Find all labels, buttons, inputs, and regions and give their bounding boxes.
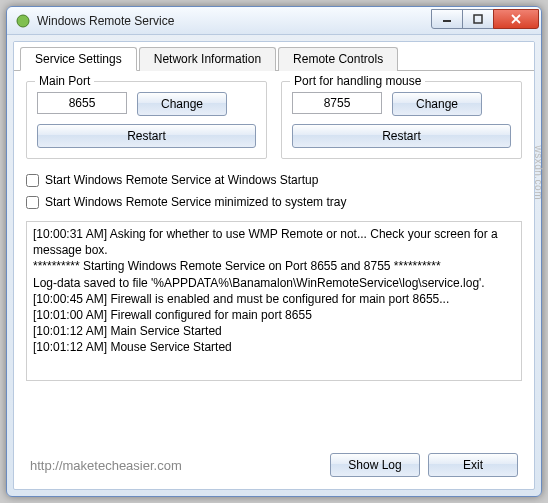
tab-remote-controls[interactable]: Remote Controls — [278, 47, 398, 71]
show-log-button[interactable]: Show Log — [330, 453, 420, 477]
tab-service-settings[interactable]: Service Settings — [20, 47, 137, 71]
main-port-restart-button[interactable]: Restart — [37, 124, 256, 148]
main-port-change-button[interactable]: Change — [137, 92, 227, 116]
svg-rect-2 — [474, 15, 482, 23]
mouse-port-legend: Port for handling mouse — [290, 74, 425, 88]
port-row: Main Port Change Restart Port for handli… — [26, 81, 522, 159]
options-group: Start Windows Remote Service at Windows … — [26, 173, 522, 209]
tray-label: Start Windows Remote Service minimized t… — [45, 195, 346, 209]
main-port-input[interactable] — [37, 92, 127, 114]
side-watermark: wsxdn.com — [533, 145, 544, 200]
app-window: Windows Remote Service Service Settings … — [6, 6, 542, 497]
startup-label: Start Windows Remote Service at Windows … — [45, 173, 318, 187]
mouse-port-restart-button[interactable]: Restart — [292, 124, 511, 148]
footer-bar: http://maketecheasier.com Show Log Exit — [26, 443, 522, 479]
log-output: [10:00:31 AM] Asking for whether to use … — [26, 221, 522, 381]
titlebar[interactable]: Windows Remote Service — [7, 7, 541, 35]
window-controls — [432, 9, 539, 29]
watermark-text: http://maketecheasier.com — [30, 458, 182, 473]
main-port-group: Main Port Change Restart — [26, 81, 267, 159]
maximize-button[interactable] — [462, 9, 494, 29]
mouse-port-group: Port for handling mouse Change Restart — [281, 81, 522, 159]
svg-point-0 — [17, 15, 29, 27]
tray-checkbox-row[interactable]: Start Windows Remote Service minimized t… — [26, 195, 522, 209]
tray-checkbox[interactable] — [26, 196, 39, 209]
tab-network-information[interactable]: Network Information — [139, 47, 276, 71]
startup-checkbox-row[interactable]: Start Windows Remote Service at Windows … — [26, 173, 522, 187]
exit-button[interactable]: Exit — [428, 453, 518, 477]
tab-content: Main Port Change Restart Port for handli… — [14, 71, 534, 489]
mouse-port-change-button[interactable]: Change — [392, 92, 482, 116]
startup-checkbox[interactable] — [26, 174, 39, 187]
app-icon — [15, 13, 31, 29]
mouse-port-input[interactable] — [292, 92, 382, 114]
tab-strip: Service Settings Network Information Rem… — [14, 42, 534, 71]
main-port-legend: Main Port — [35, 74, 94, 88]
minimize-button[interactable] — [431, 9, 463, 29]
client-area: Service Settings Network Information Rem… — [13, 41, 535, 490]
window-title: Windows Remote Service — [37, 14, 432, 28]
close-button[interactable] — [493, 9, 539, 29]
